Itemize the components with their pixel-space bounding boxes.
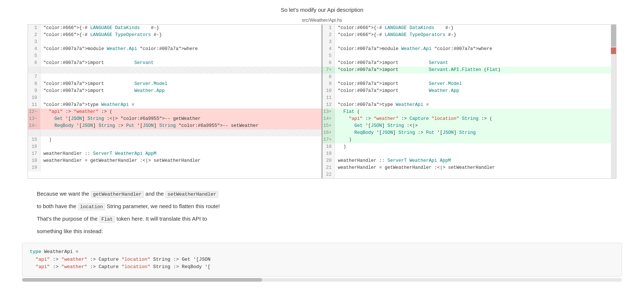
line-content: "color:#007a7a">import Servant [335, 60, 616, 67]
line-number: 20 [322, 157, 335, 164]
desc-code-3: location [78, 203, 105, 210]
line-number: 16 [28, 143, 40, 150]
line-content: "color:#007a7a">import Servant.API.Flatt… [335, 67, 616, 74]
table-row: 3 [322, 39, 616, 46]
line-content [40, 53, 322, 60]
table-row: 17+ ) [322, 136, 616, 143]
line-content: ) [335, 136, 616, 143]
table-row: 16+ ReqBody '[JSON] String :> Put '[JSON… [322, 129, 616, 136]
description-para1: Because we want the getWeatherHandler an… [37, 189, 607, 199]
table-row: 20weatherHandler :: ServerT WeatherApi A… [322, 157, 616, 164]
table-row: 5 [322, 53, 616, 60]
line-content: weatherHandler = getWeatherHandler :<|> … [335, 164, 616, 171]
line-number: 12 [322, 101, 335, 108]
code-block: type WeatherApi = "api" :> "weather" :> … [22, 243, 622, 277]
line-number: 13+ [322, 108, 335, 115]
table-row: 5 [28, 53, 322, 60]
line-content [40, 164, 322, 171]
table-row: 6"color:#007a7a">import Servant [28, 60, 322, 67]
line-content [40, 95, 322, 101]
line-number: 5 [322, 53, 335, 60]
line-number: 19 [28, 164, 40, 171]
line-content: "color:#007a7a">module Weather.Api "colo… [40, 46, 322, 53]
scrollbar-thumb[interactable] [611, 25, 616, 47]
scrollbar-mark [611, 47, 616, 54]
line-content: "color:#666">{-# LANGUAGE TypeOperators … [335, 32, 616, 39]
line-content [335, 39, 616, 46]
scrollbar-area[interactable] [611, 25, 616, 178]
desc-text-2: and the [144, 190, 165, 197]
table-row: 8 [322, 74, 616, 81]
line-content [335, 150, 616, 157]
line-content: "api" :> "weather" :> Capture "location"… [335, 115, 616, 122]
table-row: 10 [28, 95, 322, 101]
line-number [28, 129, 40, 136]
line-number: 15+ [322, 122, 335, 129]
line-content [40, 74, 322, 81]
description-para4: something like this instead: [37, 227, 607, 236]
line-content: "color:#007a7a">module Weather.Api "colo… [335, 46, 616, 53]
line-content: "color:#007a7a">import Weather.App [40, 88, 322, 95]
page-title: So let's modify our Api description [0, 0, 644, 17]
line-number: 9 [322, 81, 335, 88]
table-row: 1"color:#666">{-# LANGUAGE DataKinds #-} [322, 25, 616, 32]
table-row: 3 [28, 39, 322, 46]
table-row: 14− ReqBody '[JSON] String :> Put '[JSON… [28, 122, 322, 129]
horizontal-scrollbar[interactable] [22, 278, 622, 282]
line-number: 10 [322, 88, 335, 95]
horizontal-scrollbar-thumb[interactable] [22, 278, 262, 282]
table-row: 6"color:#007a7a">import Servant [322, 60, 616, 67]
line-number: 8 [28, 81, 40, 88]
desc-code-1: getWeatherHandler [91, 191, 144, 198]
table-row: 12− "api" :> "weather" :> ( [28, 108, 322, 115]
line-content: "color:#007a7a">import Servant [40, 60, 322, 67]
line-content: "color:#666">{-# LANGUAGE DataKinds #-} [40, 25, 322, 32]
table-row: 18 ) [322, 143, 616, 150]
table-row: 17weatherHandler :: ServerT WeatherApi A… [28, 150, 322, 157]
line-number: 10 [28, 95, 40, 101]
line-number: 4 [322, 46, 335, 53]
table-row [28, 67, 322, 74]
line-number: 2 [322, 32, 335, 39]
line-content: weatherHandler = getWeatherHandler :<|> … [40, 157, 322, 164]
line-number: 11 [28, 101, 40, 108]
table-row: 13− Get '[JSON] String :<|> "color:#6a99… [28, 115, 322, 122]
line-number: 1 [28, 25, 40, 32]
line-content: weatherHandler :: ServerT WeatherApi App… [335, 157, 616, 164]
line-number: 6 [28, 60, 40, 67]
line-content: Get '[JSON] String :<|> [335, 122, 616, 129]
file-label: src/Weather/Api.hs [0, 17, 644, 23]
line-number: 15 [28, 136, 40, 143]
desc-text-4: String parameter, we need to flatten thi… [105, 203, 220, 209]
desc-text-5: That's the purpose of the [37, 215, 99, 222]
line-number: 9 [28, 88, 40, 95]
line-number: 18 [322, 143, 335, 150]
line-number: 2 [28, 32, 40, 39]
diff-pane-left: 1"color:#666">{-# LANGUAGE DataKinds #-}… [28, 25, 322, 178]
line-content [335, 171, 616, 178]
table-row: 10"color:#007a7a">import Weather.App [322, 88, 616, 95]
table-row: 2"color:#666">{-# LANGUAGE TypeOperators… [322, 32, 616, 39]
line-number: 17 [28, 150, 40, 157]
desc-text-6: token here. It will translate this API t… [115, 215, 207, 222]
line-content: "color:#666">{-# LANGUAGE DataKinds #-} [335, 25, 616, 32]
line-content: "color:#007a7a">type WeatherApi = [335, 101, 616, 108]
table-row: 22 [322, 171, 616, 178]
line-content: Flat ( [335, 108, 616, 115]
line-content: ) [335, 143, 616, 150]
table-row [28, 129, 322, 136]
line-content [335, 53, 616, 60]
line-content [335, 95, 616, 101]
line-number: 17+ [322, 136, 335, 143]
line-content [40, 129, 322, 136]
line-content: "color:#007a7a">import Server.Model [335, 81, 616, 88]
line-number: 12− [28, 108, 40, 115]
table-row: 4"color:#007a7a">module Weather.Api "col… [28, 46, 322, 53]
line-content [40, 39, 322, 46]
line-number: 14− [28, 122, 40, 129]
line-number: 3 [322, 39, 335, 46]
table-row: 15+ Get '[JSON] String :<|> [322, 122, 616, 129]
desc-text-3: to both have the [37, 203, 78, 209]
line-content: "color:#007a7a">import Weather.App [335, 88, 616, 95]
desc-text-1: Because we want the [37, 190, 91, 197]
